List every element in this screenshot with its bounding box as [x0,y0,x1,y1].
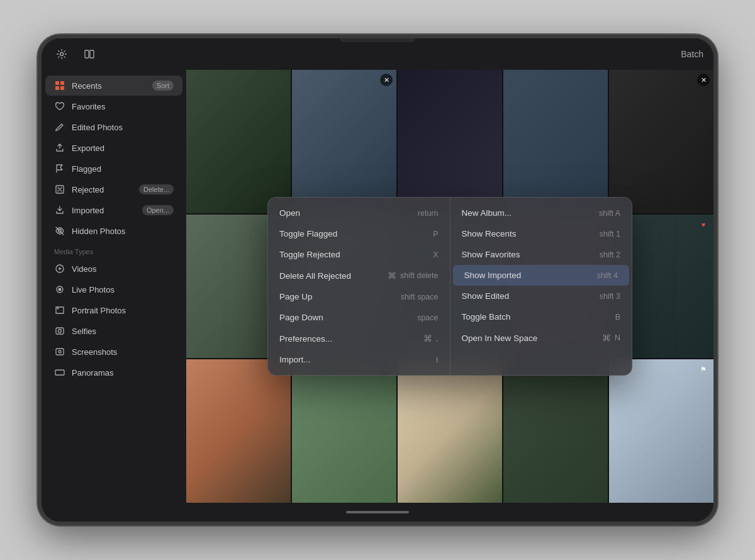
context-menu-overlay: Open return Toggle Flagged P Toggle Reje… [186,70,713,503]
pencil-icon [54,121,65,133]
context-label-toggle-flagged: Toggle Flagged [279,229,337,238]
context-label-toggle-batch: Toggle Batch [462,312,511,322]
heart-icon [54,101,65,112]
context-item-delete-rejected[interactable]: Delete All Rejected ⌘ shift delete [268,265,450,286]
sidebar: Recents Sort Favorites Edited Photos [42,70,186,503]
sidebar-label-screenshots: Screenshots [72,347,117,357]
svg-point-13 [59,330,62,333]
context-item-toggle-rejected[interactable]: Toggle Rejected X [268,244,450,265]
context-item-show-edited[interactable]: Show Edited shift 3 [450,286,632,306]
compare-button[interactable] [79,44,99,64]
context-shortcut-preferences: ⌘ , [423,333,439,344]
sidebar-item-videos[interactable]: Videos [45,259,182,279]
context-shortcut-show-imported: shift 4 [597,271,618,280]
context-label-page-down: Page Down [279,313,323,322]
svg-rect-14 [56,349,64,355]
context-shortcut-import: I [436,356,438,364]
media-types-label: Media Types [42,242,186,258]
context-item-open[interactable]: Open return [268,203,450,223]
context-shortcut-toggle-batch: B [615,313,620,322]
context-menu[interactable]: Open return Toggle Flagged P Toggle Reje… [267,197,632,376]
context-label-show-imported: Show Imported [464,271,522,280]
sidebar-item-selfies[interactable]: Selfies [45,321,182,341]
svg-rect-6 [60,86,64,90]
live-icon [54,284,65,295]
context-shortcut-page-up: shift space [401,293,439,301]
bottom-bar [42,503,713,522]
context-label-preferences: Preferences... [279,334,332,344]
sidebar-item-edited[interactable]: Edited Photos [45,117,182,137]
sidebar-item-live[interactable]: Live Photos [45,279,182,300]
context-item-show-imported[interactable]: Show Imported shift 4 [453,265,630,286]
context-label-page-up: Page Up [279,292,313,301]
sidebar-item-recents[interactable]: Recents Sort [45,76,182,96]
sidebar-label-panoramas: Panoramas [72,368,113,378]
context-label-toggle-rejected: Toggle Rejected [279,250,340,259]
context-item-toggle-batch[interactable]: Toggle Batch B [450,306,632,327]
context-item-toggle-flagged[interactable]: Toggle Flagged P [268,223,450,244]
sidebar-badge-rejected[interactable]: Delete... [139,184,174,194]
context-shortcut-show-favorites: shift 2 [600,250,620,259]
svg-rect-2 [90,50,94,58]
sidebar-item-screenshots[interactable]: Screenshots [45,342,182,362]
context-label-open: Open [279,208,300,218]
settings-button[interactable] [52,44,72,64]
hidden-icon [54,225,65,237]
sidebar-label-rejected: Rejected [72,185,104,194]
context-item-show-recents[interactable]: Show Recents shift 1 [450,223,632,244]
sidebar-label-exported: Exported [72,143,104,153]
svg-point-15 [59,350,61,353]
sidebar-item-favorites[interactable]: Favorites [45,96,182,116]
context-label-delete-rejected: Delete All Rejected [279,271,351,281]
sidebar-label-flagged: Flagged [72,164,101,174]
sidebar-label-live: Live Photos [72,285,115,294]
context-label-import: Import... [279,355,311,364]
context-menu-right: New Album... shift A Show Recents shift … [450,198,632,375]
context-shortcut-toggle-flagged: P [433,230,438,238]
context-item-show-favorites[interactable]: Show Favorites shift 2 [450,244,632,265]
sidebar-item-exported[interactable]: Exported [45,138,182,158]
main-content: Recents Sort Favorites Edited Photos [42,70,713,503]
selfie-icon [54,325,65,337]
context-label-open-new-space: Open In New Space [462,333,538,343]
sidebar-badge-recents[interactable]: Sort [152,81,174,91]
sidebar-badge-imported[interactable]: Open... [142,205,174,215]
context-item-import[interactable]: Import... I [268,349,450,370]
sidebar-label-recents: Recents [72,81,102,91]
sidebar-item-panoramas[interactable]: Panoramas [45,362,182,383]
batch-button[interactable]: Batch [681,49,703,59]
photo-grid-area: ✕ ✕ ✕ ⚑ ♥ ♥ [186,70,713,503]
import-icon [54,204,65,216]
sidebar-item-hidden[interactable]: Hidden Photos [45,221,182,241]
context-shortcut-open-new-space: ⌘ N [602,333,621,343]
svg-rect-4 [60,81,64,85]
screenshot-icon [54,346,65,357]
context-item-new-album[interactable]: New Album... shift A [450,203,632,223]
top-bar-left [52,44,99,64]
sidebar-item-imported[interactable]: Imported Open... [45,200,182,220]
context-item-preferences[interactable]: Preferences... ⌘ , [268,328,450,349]
device-frame: Batch Recents Sort [38,35,717,525]
sidebar-label-selfies: Selfies [72,327,96,336]
svg-rect-1 [85,50,89,58]
panorama-icon [54,367,65,378]
context-item-page-up[interactable]: Page Up shift space [268,286,450,307]
context-item-open-new-space[interactable]: Open In New Space ⌘ N [450,327,632,349]
svg-point-10 [59,288,62,291]
context-label-show-favorites: Show Favorites [462,250,520,259]
context-menu-left: Open return Toggle Flagged P Toggle Reje… [268,198,450,375]
sidebar-item-portrait[interactable]: Portrait Photos [45,300,182,320]
svg-point-0 [60,53,64,56]
context-label-show-edited: Show Edited [462,291,510,301]
svg-rect-3 [55,81,59,85]
context-item-page-down[interactable]: Page Down space [268,307,450,328]
context-shortcut-new-album: shift A [599,209,620,218]
sidebar-item-rejected[interactable]: Rejected Delete... [45,179,182,199]
export-icon [54,142,65,154]
sidebar-label-imported: Imported [72,206,104,215]
portrait-icon [54,305,65,316]
rejected-icon [54,184,65,195]
top-bar-right: Batch [681,49,703,59]
sidebar-item-flagged[interactable]: Flagged [45,159,182,179]
home-indicator [346,511,409,513]
